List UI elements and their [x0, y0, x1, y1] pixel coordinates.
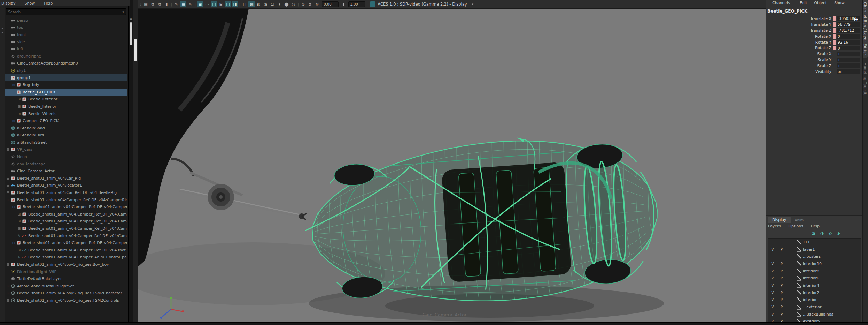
layer-visibility-toggle[interactable]: V — [768, 269, 777, 273]
divider-grip[interactable] — [134, 39, 137, 61]
channel-label[interactable]: Scale X — [766, 52, 833, 56]
channel-value-field[interactable]: 0 — [837, 34, 860, 39]
cb-menu-channels[interactable]: Channels — [772, 1, 790, 6]
tree-expand-icon[interactable]: ⊞ — [17, 227, 22, 230]
channel-label[interactable]: Rotate Y — [766, 40, 833, 45]
outliner-item-camper-geo-pick[interactable]: ⊞Camper_GEO_PICK — [5, 117, 127, 124]
outliner-item-top[interactable]: top — [5, 24, 127, 31]
outliner-item-left[interactable]: left — [5, 45, 127, 53]
layer-playback-toggle[interactable]: P — [777, 312, 786, 316]
outliner-item-beetle-shot01-anim-v04-locator1[interactable]: ⊞Beetle_shot01_anim_v04:locator1 — [5, 182, 127, 189]
tab-display[interactable]: Display — [768, 217, 791, 223]
outliner-item-aistandincars[interactable]: aiStandInCars — [5, 132, 127, 139]
tree-expand-icon[interactable]: ⊞ — [17, 112, 22, 116]
outliner-item-beetle-shot01-anim-v04-camper-ref-df-v04-camper-in[interactable]: ⊞Beetle_shot01_anim_v04:Camper_Ref_DF_v0… — [5, 218, 127, 225]
outliner-item-vr-cars[interactable]: ⊞VR_cars — [5, 146, 127, 153]
outliner-item-beetle-geo-pick[interactable]: Beetle_GEO_PICK — [5, 89, 127, 96]
grid-toggle-icon[interactable]: ▦ — [180, 1, 186, 7]
layer-row-tt1[interactable]: TT1 — [768, 239, 861, 246]
outliner-item-beetle-shot01-anim-v04-camper-ref-df-v04-camper-geo[interactable]: ⊟Beetle_shot01_anim_v04:Camper_Ref_DF_v0… — [5, 203, 127, 211]
image-plane-icon[interactable]: ✎ — [173, 1, 179, 7]
gamma-field[interactable]: 1.00 — [348, 1, 365, 7]
outliner-item-side[interactable]: side — [5, 38, 127, 46]
outliner-item-beetle-shot01-anim-v04-boy5-rig-ues-tsm2controls[interactable]: ⊞Beetle_shot01_anim_v04:boy5_rig_ues:TSM… — [5, 297, 127, 304]
viewport-3d[interactable]: Cine_Camera_Actor — [138, 9, 766, 322]
gamma-icon[interactable]: ◖ — [340, 1, 347, 7]
channel-label[interactable]: Scale Y — [766, 58, 833, 62]
smooth-shade-icon[interactable]: ◐ — [255, 1, 262, 7]
channel-value-field[interactable]: 92.16 — [837, 40, 860, 45]
outliner-item-beetle-shot01-anim-v04-camper-ref-df-v04-camper-w[interactable]: ⊞Beetle_shot01_anim_v04:Camper_Ref_DF_v0… — [5, 225, 127, 232]
lights-icon[interactable]: ☀ — [276, 1, 282, 7]
layer-row--posters[interactable]: ...posters — [768, 253, 861, 260]
safe-action-icon[interactable]: ◫ — [225, 1, 231, 7]
tree-expand-icon[interactable]: ⊞ — [6, 198, 10, 202]
outliner-item-beetle-shot01-anim-v04-camper-ref-df-v04-camperrig[interactable]: ⊞Beetle_shot01_anim_v04:Camper_Ref_DF_v0… — [5, 196, 127, 204]
channel-label[interactable]: Scale Z — [766, 63, 833, 68]
layer-name[interactable]: interior4 — [803, 283, 819, 288]
tree-expand-icon[interactable]: ⊞ — [6, 191, 10, 195]
channel-value-field[interactable]: on — [837, 69, 860, 74]
tree-expand-icon[interactable]: ⊞ — [6, 176, 10, 180]
outliner-item-group1[interactable]: ⊟group1 — [5, 74, 127, 82]
outliner-item-beetle-shot01-anim-v04-camper-anim-control-parentc[interactable]: ↳Beetle_shot01_anim_v04:Camper_Anim_Cont… — [5, 254, 127, 261]
layer-playback-toggle[interactable]: P — [777, 298, 786, 302]
tree-expand-icon[interactable]: ⊞ — [6, 291, 10, 295]
safe-title-icon[interactable]: ◨ — [232, 1, 238, 7]
outliner-menu-display[interactable]: Display — [1, 1, 16, 6]
side-tab-modeling-toolkit[interactable]: Modeling Toolkit — [863, 60, 868, 97]
layer-row-interior2[interactable]: VPinterior2 — [768, 289, 861, 296]
tree-expand-icon[interactable]: ⊞ — [6, 263, 10, 266]
outliner-item-directionallight-wip[interactable]: DirectionalLight_WIP — [5, 268, 127, 275]
channel-label[interactable]: Translate Y — [766, 22, 833, 27]
channel-label[interactable]: Rotate Z — [766, 46, 833, 50]
channel-label[interactable]: Visibility — [766, 69, 833, 74]
flat-shade-icon[interactable]: ◑ — [262, 1, 269, 7]
outliner-item-bug-bdy[interactable]: ⊞Bug_bdy — [5, 81, 127, 89]
tree-expand-icon[interactable]: ⊟ — [11, 241, 16, 245]
layer-row--exterior[interactable]: VP...exterior — [768, 303, 861, 311]
layer-name[interactable]: interior2 — [803, 290, 819, 295]
panel-divider[interactable] — [133, 0, 138, 325]
isolate-select-icon[interactable]: ⊘ — [300, 1, 306, 7]
outliner-item-groundplane[interactable]: groundPlane — [5, 53, 127, 60]
outliner-item-beetle-shot01-anim-v04-boy5-rig-ues-boy-boy[interactable]: ⊞Beetle_shot01_anim_v04:boy5_rig_ues:Boy… — [5, 261, 127, 268]
channel-label[interactable]: Translate X — [766, 16, 833, 21]
tree-expand-icon[interactable]: ⊞ — [6, 148, 10, 151]
wireframe-icon[interactable]: ▩ — [248, 1, 255, 7]
outliner-menu-help[interactable]: Help — [44, 1, 53, 6]
outliner-item-turtledefaultbakelayer[interactable]: TurtleDefaultBakeLayer — [5, 275, 127, 282]
layer-name[interactable]: ...exterior — [803, 305, 822, 309]
layer-menu-help[interactable]: Help — [811, 224, 820, 228]
tree-expand-icon[interactable]: ⊞ — [6, 284, 10, 288]
tree-expand-icon[interactable]: ⊞ — [11, 83, 16, 87]
outliner-item-persp[interactable]: persp — [5, 17, 127, 24]
screen-space-ao-icon[interactable]: ◎ — [290, 1, 296, 7]
layer-playback-toggle[interactable]: P — [777, 305, 786, 309]
outliner-item-beetle-shot01-anim-v04-camper-ref-df-v04-camper-ca[interactable]: ↳Beetle_shot01_anim_v04:Camper_Ref_DF_v0… — [5, 232, 127, 240]
layer-playback-toggle[interactable]: P — [777, 276, 786, 280]
layer-name[interactable]: interior8 — [803, 269, 819, 273]
outliner-item-beetle-shot01-anim-v04-camper-ref-df-v04-camper-ex[interactable]: ⊞Beetle_shot01_anim_v04:Camper_Ref_DF_v0… — [5, 211, 127, 218]
gate-mask-icon[interactable]: ▢ — [211, 1, 217, 7]
colorspace-label[interactable]: ACES 1.0 : SDR-video (Gamma 2.2) - Displ… — [378, 2, 467, 7]
layer-row-interior[interactable]: VPinterior — [768, 296, 861, 304]
tab-anim[interactable]: Anim — [791, 217, 808, 223]
field-chart-icon[interactable]: ⊞ — [218, 1, 224, 7]
layer-playback-toggle[interactable]: P — [777, 248, 786, 251]
channel-value-field[interactable]: 58.779 — [837, 22, 860, 27]
outliner-item-aistandinstreet[interactable]: aiStandInStreet — [5, 139, 127, 146]
layer-row-interior8[interactable]: VPinterior8 — [768, 267, 861, 275]
textured-icon[interactable]: ◒ — [269, 1, 276, 7]
view-menu-icon[interactable]: ▤ — [142, 1, 149, 7]
layer-row--backbuildings[interactable]: VP...BackBuildings — [768, 311, 861, 318]
tree-expand-icon[interactable]: ⊞ — [17, 212, 22, 216]
outliner-item-env-landscape[interactable]: env_landscape — [5, 160, 127, 168]
tree-expand-icon[interactable]: ⊞ — [6, 183, 10, 187]
channel-label[interactable]: Translate Z — [766, 28, 833, 33]
layer-name[interactable]: interior — [803, 297, 817, 302]
outliner-item-beetle-shot01-anim-v04-car-ref-df-v04-beetlerig[interactable]: ⊞Beetle_shot01_anim_v04:Car_Ref_DF_v04:B… — [5, 189, 127, 196]
tree-expand-icon[interactable]: ⊞ — [17, 105, 22, 108]
outliner-item-beetle-interior[interactable]: ⊞Beetle_Interior — [5, 103, 127, 110]
new-layer-from-selected-icon[interactable]: ◑ — [820, 231, 823, 236]
